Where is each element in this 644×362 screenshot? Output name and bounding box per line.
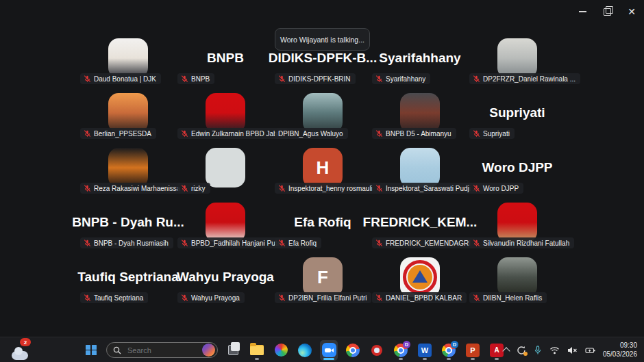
chrome-profile-d-blue-taskbar-button[interactable]: D bbox=[440, 340, 458, 361]
muted-mic-icon bbox=[375, 240, 383, 247]
download-manager-taskbar-button[interactable] bbox=[368, 340, 386, 361]
participant-tile[interactable]: Efa Rofiq Efa Rofiq bbox=[274, 196, 371, 250]
participant-avatar: F bbox=[303, 257, 343, 297]
participant-name-pill: BNPB bbox=[177, 73, 214, 84]
microphone-in-use-icon[interactable] bbox=[534, 346, 542, 355]
taskbar-clock[interactable]: 09:30 05/03/2026 bbox=[603, 341, 640, 359]
participant-tile[interactable]: Inspektorat_Saraswati Pudji ... bbox=[371, 141, 469, 196]
participant-tile[interactable]: Wahyu Prayoga Wahyu Prayoga bbox=[177, 250, 274, 305]
participant-name: Woro DJPP bbox=[483, 185, 519, 192]
restore-icon bbox=[604, 8, 611, 16]
participant-tile[interactable]: Silvanudin Rizdhani Fatullah bbox=[469, 196, 566, 250]
participant-name-pill: Inspektorat_henny rosmauli bbox=[275, 183, 377, 194]
participant-tile[interactable]: DP2FRZR_Daniel Rawinala ... bbox=[469, 31, 566, 86]
running-indicator bbox=[471, 358, 475, 360]
chrome-profile-d-purple-taskbar-button[interactable]: D bbox=[392, 340, 410, 361]
weather-cloud-icon bbox=[12, 351, 28, 360]
participant-tile[interactable]: rizky bbox=[177, 141, 274, 196]
participant-name-pill: Efa Rofiq bbox=[275, 237, 321, 248]
participant-name: BNPB - Dyah Rusmiasih bbox=[94, 240, 169, 247]
participant-name: Syarifahhany bbox=[386, 75, 425, 83]
participant-tile[interactable]: Daud Bonatua | DJK bbox=[79, 31, 177, 86]
participant-name: DIIBN_Helen Raflis bbox=[483, 294, 542, 302]
chrome-taskbar-button[interactable] bbox=[344, 340, 362, 361]
windows-start-icon bbox=[86, 345, 97, 356]
muted-mic-icon bbox=[375, 185, 383, 192]
search-input[interactable] bbox=[126, 346, 192, 355]
participant-tile[interactable]: Berlian_PPSESDA bbox=[79, 86, 177, 141]
chrome-profile-badge: D bbox=[451, 341, 458, 348]
participant-name-pill: Woro DJPP bbox=[469, 183, 523, 194]
sync-icon[interactable] bbox=[517, 346, 526, 355]
pinned-apps: DWDPA bbox=[224, 340, 506, 361]
participant-tile[interactable]: Woro DJPP Woro DJPP bbox=[469, 141, 566, 196]
participant-tile[interactable]: DANIEL_BPBD KALBAR bbox=[371, 250, 469, 305]
participant-tile[interactable]: FREDRICK_KEM... FREDRICK_KEMENDAGRI bbox=[371, 196, 469, 250]
participant-name-pill: Syarifahhany bbox=[372, 73, 430, 84]
muted-mic-icon bbox=[473, 240, 480, 247]
zoom-app-icon bbox=[322, 343, 336, 357]
participant-tile[interactable]: F DP2IBN_Frilia Elfani Putri bbox=[274, 250, 371, 305]
participant-tile[interactable]: Edwin Zulkarnain BPBD Jabar bbox=[177, 86, 274, 141]
chrome-profile-badge: D bbox=[403, 341, 410, 348]
muted-mic-icon bbox=[181, 75, 188, 83]
chrome-icon bbox=[346, 344, 360, 357]
close-button[interactable]: ✕ bbox=[619, 0, 644, 23]
close-icon: ✕ bbox=[628, 7, 636, 16]
participant-tile[interactable]: BNPB D5 - Abimanyu bbox=[371, 86, 469, 141]
muted-mic-icon bbox=[278, 75, 286, 83]
participant-name: DANIEL_BPBD KALBAR bbox=[386, 294, 462, 302]
participant-name: Berlian_PPSESDA bbox=[94, 130, 151, 138]
participant-name: Reza Rakasiwi Marhaenissa bbox=[94, 185, 180, 192]
battery-icon[interactable] bbox=[585, 346, 595, 354]
muted-mic-icon bbox=[375, 75, 383, 83]
wifi-icon[interactable] bbox=[549, 346, 560, 354]
participant-tile[interactable]: Syarifahhany Syarifahhany bbox=[371, 31, 469, 86]
participant-name-pill: Taufiq Septriana bbox=[80, 292, 148, 303]
active-speaker-text: Woro Wijayanti is talking... bbox=[280, 36, 364, 44]
powerpoint-taskbar-button[interactable]: P bbox=[464, 340, 482, 361]
participant-avatar bbox=[400, 148, 440, 188]
search-icon bbox=[113, 346, 121, 354]
participant-name: Taufiq Septriana bbox=[94, 294, 143, 302]
muted-mic-icon bbox=[278, 294, 286, 302]
muted-mic-icon bbox=[181, 130, 188, 138]
muted-mic-icon bbox=[181, 294, 188, 302]
volume-muted-icon[interactable] bbox=[567, 346, 578, 354]
edge-taskbar-button[interactable] bbox=[296, 340, 314, 361]
search-highlight-image[interactable] bbox=[202, 344, 215, 357]
hidden-icons-chevron-icon[interactable] bbox=[504, 346, 509, 354]
participant-tile[interactable]: Supriyati Supriyati bbox=[469, 86, 566, 141]
minimize-button[interactable] bbox=[570, 0, 595, 23]
participant-tile[interactable]: BNPB - Dyah Ru... BNPB - Dyah Rusmiasih bbox=[79, 196, 177, 250]
start-button[interactable] bbox=[82, 340, 100, 361]
muted-mic-icon bbox=[181, 240, 188, 247]
participant-tile[interactable]: Taufiq Septriana Taufiq Septriana bbox=[79, 250, 177, 305]
weather-widget[interactable]: 2 bbox=[8, 340, 32, 360]
participant-name: rizky bbox=[191, 185, 206, 192]
restore-button[interactable] bbox=[595, 0, 619, 23]
participant-tile[interactable]: DIIBN_Helen Raflis bbox=[469, 250, 566, 305]
copilot-taskbar-button[interactable] bbox=[272, 340, 290, 361]
participant-avatar bbox=[206, 93, 245, 133]
taskbar-search[interactable] bbox=[106, 342, 218, 358]
participant-avatar bbox=[400, 93, 440, 133]
copilot-icon bbox=[275, 344, 288, 357]
taskbar: 2 DWDPA bbox=[0, 337, 644, 362]
participants-grid: Daud Bonatua | DJK BNPB BNPB DIDIKS-DPFK… bbox=[79, 31, 566, 305]
participant-name: DP2FRZR_Daniel Rawinala ... bbox=[483, 75, 575, 83]
task-view-taskbar-button[interactable] bbox=[224, 340, 242, 361]
file-explorer-taskbar-button[interactable] bbox=[248, 340, 266, 361]
participant-avatar bbox=[108, 38, 148, 78]
participant-tile[interactable]: H Inspektorat_henny rosmauli bbox=[274, 141, 371, 196]
participant-tile[interactable]: BNPB BNPB bbox=[177, 31, 274, 86]
zoom-taskbar-button[interactable] bbox=[320, 340, 338, 361]
participant-tile[interactable]: Reza Rakasiwi Marhaenissa bbox=[79, 141, 177, 196]
participant-name: Daud Bonatua | DJK bbox=[94, 75, 156, 83]
word-taskbar-button[interactable]: W bbox=[416, 340, 434, 361]
participant-avatar bbox=[497, 257, 537, 297]
file-explorer-icon bbox=[250, 345, 264, 355]
muted-mic-icon bbox=[375, 130, 383, 138]
participant-tile[interactable]: DPIBN_Agus Waluyo bbox=[274, 86, 371, 141]
participant-tile[interactable]: BPBD_Fadhilah Hanjani Putri bbox=[177, 196, 274, 250]
